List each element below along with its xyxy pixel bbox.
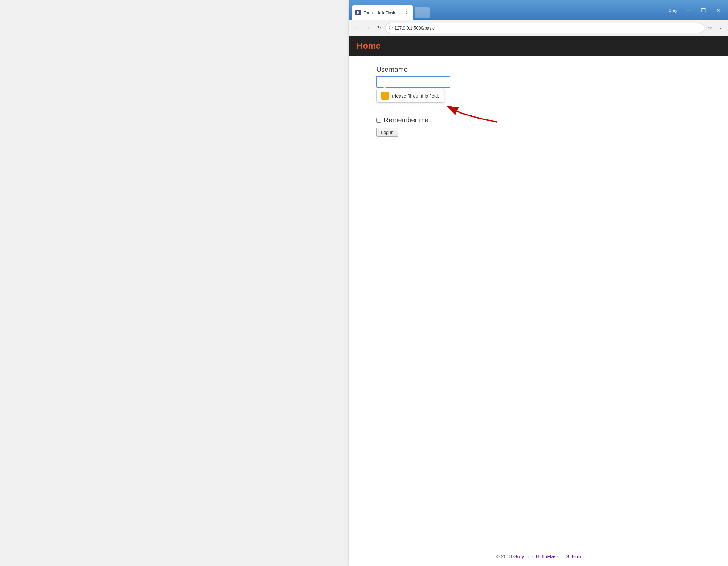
- browser-menu-button[interactable]: ⋮: [715, 23, 725, 33]
- footer-sep-1: ·: [532, 554, 533, 559]
- new-tab-button[interactable]: [415, 7, 430, 18]
- navbar: Home: [349, 36, 728, 56]
- footer-sep-2: ·: [562, 554, 563, 559]
- title-bar: H Form - HelloFlask ✕ Grey — ❐ ✕: [349, 0, 728, 20]
- footer-copyright: © 2018: [496, 554, 512, 559]
- remember-me-label: Remember me: [384, 116, 428, 124]
- footer-project-link[interactable]: HelloFlask: [536, 554, 559, 559]
- forward-button[interactable]: →: [363, 23, 373, 33]
- url-display: 127.0.0.1:5000/basic: [395, 26, 700, 31]
- tooltip-message: Please fill out this field.: [392, 93, 439, 99]
- minimize-button[interactable]: —: [681, 5, 696, 15]
- user-name-display[interactable]: Grey: [666, 7, 680, 14]
- address-bar: ← → ↻ ⓘ 127.0.0.1:5000/basic ☆ ⋮: [349, 20, 728, 36]
- form-area: Username ! Please fill out this field.: [349, 56, 728, 548]
- tab-favicon: H: [355, 10, 361, 15]
- active-tab[interactable]: H Form - HelloFlask ✕: [352, 5, 413, 20]
- tab-close-button[interactable]: ✕: [405, 10, 410, 15]
- footer-github-link[interactable]: GitHub: [566, 554, 581, 559]
- close-button[interactable]: ✕: [711, 5, 725, 15]
- bookmark-button[interactable]: ☆: [706, 24, 714, 32]
- username-label: Username: [376, 66, 701, 74]
- navbar-brand: Home: [357, 41, 381, 51]
- address-input-wrap[interactable]: ⓘ 127.0.0.1:5000/basic: [385, 23, 704, 33]
- username-field-container: ! Please fill out this field.: [376, 76, 450, 88]
- browser-window: H Form - HelloFlask ✕ Grey — ❐ ✕ ← → ↻ ⓘ…: [349, 0, 728, 566]
- tab-title: Form - HelloFlask: [363, 10, 402, 15]
- tooltip-warning-icon: !: [381, 92, 389, 100]
- remember-me-row: Remember me: [376, 116, 701, 124]
- restore-button[interactable]: ❐: [696, 5, 710, 15]
- back-button[interactable]: ←: [352, 23, 362, 33]
- annotation-arrow-svg: [442, 104, 503, 128]
- window-controls: Grey — ❐ ✕: [664, 0, 728, 20]
- login-button[interactable]: Log in: [376, 128, 398, 137]
- tooltip-arrow: [382, 86, 387, 89]
- page-content: Home Username ! Please fill out this fie…: [349, 36, 728, 566]
- validation-tooltip: ! Please fill out this field.: [376, 89, 444, 103]
- remember-me-checkbox[interactable]: [376, 118, 381, 123]
- security-icon: ⓘ: [389, 25, 393, 31]
- footer-author-link[interactable]: Grey Li: [513, 554, 530, 559]
- refresh-button[interactable]: ↻: [374, 23, 384, 33]
- page-footer: © 2018 Grey Li · HelloFlask · GitHub: [349, 548, 728, 566]
- username-input[interactable]: [376, 76, 450, 88]
